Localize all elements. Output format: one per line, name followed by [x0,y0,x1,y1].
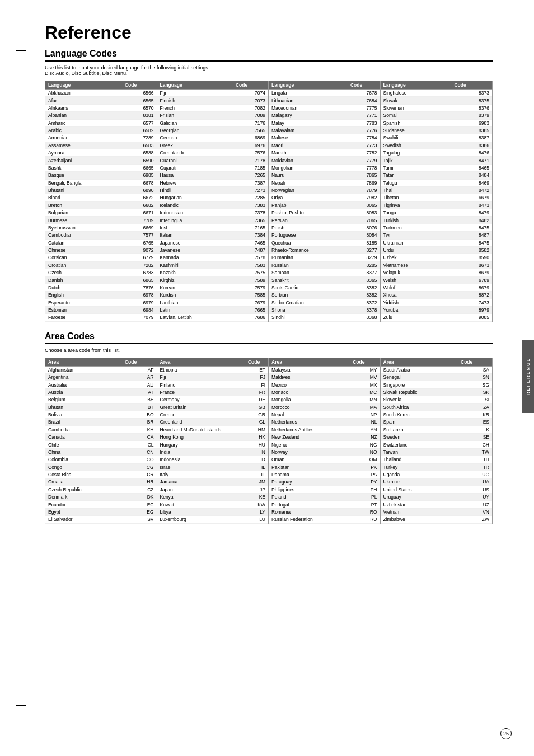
area-name: Denmark [45,494,122,501]
area-code: AN [350,426,380,433]
table-row: Esperanto6979 [45,299,157,306]
area-code: AT [122,388,157,396]
area-code: SI [458,396,492,403]
table-row: Basque6985 [45,172,157,179]
table-row: Estonian6984 [45,306,157,313]
language-name: Lithuanian [269,97,348,104]
area-code: ES [458,419,492,426]
table-row: AustraliaAU [45,381,157,388]
language-name: Nepali [269,179,348,186]
table-row: Italian7384 [157,232,269,239]
language-code: 6976 [233,142,268,149]
language-name: Amharic [45,119,122,126]
table-row: IndiaIN [157,448,269,456]
area-code: FR [245,388,268,396]
language-code: 8386 [451,142,492,149]
language-code: 8469 [451,179,492,186]
lang-col4-header-lang: Language [381,81,452,90]
table-row: Czech RepublicCZ [45,486,157,493]
table-row: BhutanBT [45,403,157,411]
language-code: 6672 [122,194,157,201]
table-row: Zulu9085 [381,314,493,321]
language-name: Bashkir [45,164,122,171]
table-row: Shona8378 [269,306,380,313]
area-name: India [157,448,245,456]
area-code: HU [245,441,268,448]
language-name: Bihari [45,194,122,201]
table-row: Tonga8479 [381,209,493,217]
language-col-4: Language Code Singhalese8373Slovak8375Sl… [381,81,493,322]
language-code: 7176 [233,119,268,126]
language-code: 8277 [348,246,380,253]
table-row: Greenlandic7576 [157,149,269,157]
table-row: Sudanese8385 [381,126,493,134]
table-row: Korean7579 [157,284,269,291]
language-name: Galician [157,119,233,126]
table-row: BelgiumBE [45,396,157,403]
language-name: Interlingua [157,217,233,224]
area-name: Saudi Arabia [381,366,458,373]
table-row: Turkmen8475 [381,224,493,231]
table-row: PortugalPT [269,501,380,508]
area-name: Netherlands [269,419,350,426]
language-code: 8472 [451,186,492,194]
area-name: Singapore [381,381,458,388]
language-name: Yoruba [381,306,452,313]
language-code: 8475 [451,239,492,246]
table-row: FinlandFI [157,381,269,388]
language-name: Tonga [381,209,452,217]
table-row: OmanOM [269,456,380,463]
table-row: MonacoMC [269,388,380,396]
area-code: SA [458,366,492,373]
area-code: JP [245,486,268,493]
lang-col2-header-lang: Language [157,81,233,90]
language-code: 6678 [122,179,157,186]
language-code: 6765 [122,239,157,246]
language-code: 7684 [348,97,380,104]
area-col1-header-area: Area [45,358,122,367]
language-name: Norwegian [269,186,348,194]
table-row: Netherlands AntillesAN [269,426,380,433]
area-name: Norway [269,448,350,456]
area-code: GR [245,411,268,418]
language-code: 7789 [122,217,157,224]
area-name: Portugal [269,501,350,508]
area-code: BT [122,403,157,411]
area-name: Cambodia [45,426,122,433]
language-code: 7783 [348,119,380,126]
area-code: NP [350,411,380,418]
area-section-title: Area Codes [45,331,493,344]
table-row: Hong KongHK [157,434,269,441]
language-code: 8382 [348,284,380,291]
language-name: Somali [381,112,452,119]
language-name: Italian [157,232,233,239]
area-name: Heard and McDonald Islands [157,426,245,433]
area-name: United States [381,486,458,493]
table-row: Nepali7869 [269,179,380,186]
table-row: Somali8379 [381,112,493,119]
area-code: BO [122,411,157,418]
language-name: Danish [45,276,122,284]
language-name: Sindhi [269,314,348,321]
language-code: 8673 [451,261,492,269]
language-name: Spanish [381,119,452,126]
area-code: UY [458,494,492,501]
area-code: GB [245,403,268,411]
area-code: ET [245,366,268,373]
area-name: South Africa [381,403,458,411]
table-row: Irish7165 [157,224,269,231]
language-code: 6983 [451,119,492,126]
area-section-desc: Choose a area code from this list. [45,348,493,353]
table-row: Swahili8387 [381,134,493,142]
area-col-4: Area Code Saudi ArabiaSASenegalSNSingapo… [381,358,493,524]
language-name: French [157,104,233,111]
language-code: 7265 [233,172,268,179]
table-row: Afrikaans6570 [45,104,157,111]
language-name: Azerbaijani [45,157,122,164]
language-name: Tajik [381,157,452,164]
area-name: Sweden [381,434,458,441]
table-row: Georgian7565 [157,126,269,134]
table-row: Dutch7876 [45,284,157,291]
area-code: MN [350,396,380,403]
language-name: Hausa [157,172,233,179]
